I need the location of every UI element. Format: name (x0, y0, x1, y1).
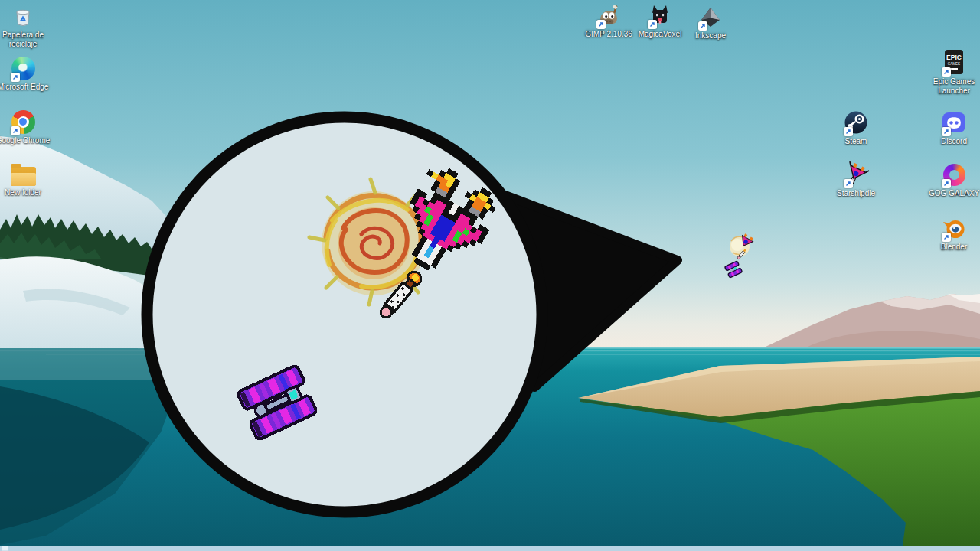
desktop-icon-steam[interactable]: Steam (827, 109, 885, 146)
gog-galaxy-icon (940, 161, 968, 188)
desktop: Papelera de reciclaje Microsoft Edge Goo… (0, 0, 980, 551)
desktop-icon-epic-games[interactable]: EPIC GAMES Epic Games Launcher (925, 49, 980, 96)
shortcut-arrow-icon (942, 179, 951, 188)
desktop-icon-starshipdle[interactable]: Starshipdle (827, 161, 885, 198)
desktop-icon-recycle-bin[interactable]: Papelera de reciclaje (0, 2, 52, 49)
icon-label: Steam (845, 137, 867, 146)
discord-icon (940, 109, 968, 136)
icon-label: Discord (941, 137, 967, 146)
chrome-icon (9, 108, 37, 135)
desktop-icon-discord[interactable]: Discord (925, 109, 980, 146)
icon-label: GIMP 2.10.36 (585, 30, 632, 39)
desktop-icon-edge[interactable]: Microsoft Edge (0, 54, 52, 92)
magicavoxel-icon (646, 2, 674, 29)
shortcut-arrow-icon (844, 127, 853, 136)
desktop-icon-gimp[interactable]: GIMP 2.10.36 (580, 2, 638, 39)
desktop-icon-blender[interactable]: Blender (925, 214, 980, 252)
inkscape-icon (697, 3, 724, 31)
shortcut-arrow-icon (942, 127, 951, 136)
starshipdle-icon (842, 161, 870, 188)
recycle-bin-icon (9, 2, 37, 30)
steam-icon (842, 109, 870, 136)
bubble-circle (147, 117, 542, 512)
shortcut-arrow-icon (11, 126, 20, 135)
icon-label: GOG GALAXY (929, 189, 979, 198)
shortcut-arrow-icon (596, 20, 606, 29)
svg-text:GAMES: GAMES (948, 62, 960, 66)
desktop-icon-new-folder[interactable]: New folder (0, 160, 52, 197)
icon-label: Starshipdle (837, 189, 875, 198)
shortcut-arrow-icon (942, 67, 951, 77)
icon-label: Google Chrome (0, 136, 50, 145)
shortcut-arrow-icon (648, 20, 657, 29)
blender-icon (940, 214, 968, 242)
magnifier-bubble (0, 0, 980, 551)
icon-label: Microsoft Edge (0, 83, 48, 92)
folder-icon (9, 160, 37, 187)
desktop-icon-chrome[interactable]: Google Chrome (0, 108, 52, 145)
icon-label: Inkscape (695, 31, 726, 41)
desktop-icon-magicavoxel[interactable]: MagicaVoxel (631, 2, 689, 39)
icon-label: Epic Games Launcher (925, 77, 980, 96)
icon-label: Papelera de reciclaje (0, 31, 52, 49)
shortcut-arrow-icon (11, 73, 20, 82)
svg-text:EPIC: EPIC (946, 54, 962, 61)
shortcut-arrow-icon (698, 21, 707, 31)
desktop-icon-inkscape[interactable]: Inkscape (681, 3, 740, 41)
edge-icon (9, 54, 37, 82)
desktop-icon-gog-galaxy[interactable]: GOG GALAXY (925, 161, 980, 198)
shortcut-arrow-icon (942, 233, 951, 242)
icon-label: MagicaVoxel (639, 30, 682, 39)
icon-label: New folder (5, 188, 41, 197)
epic-games-icon: EPIC GAMES (940, 49, 968, 77)
gimp-icon (595, 2, 622, 29)
shortcut-arrow-icon (844, 179, 853, 188)
icon-label: Blender (941, 243, 967, 252)
